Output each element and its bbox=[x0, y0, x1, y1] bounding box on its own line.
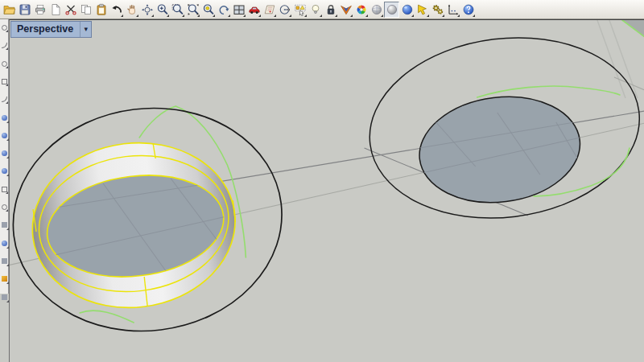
viewport-perspective[interactable]: Perspective ▾ bbox=[9, 19, 644, 362]
left-toolbar-icon-fragment[interactable] bbox=[2, 168, 7, 174]
circle-plane-icon[interactable] bbox=[277, 2, 292, 18]
color-wheel-icon[interactable] bbox=[353, 2, 369, 18]
cut-scissors-icon[interactable] bbox=[63, 2, 78, 18]
toolbar bbox=[0, 0, 644, 19]
viewport-layout-icon[interactable] bbox=[231, 2, 246, 18]
pointer-flag-icon[interactable] bbox=[415, 2, 430, 18]
lightbulb-visibility-icon[interactable] bbox=[308, 2, 323, 18]
shaded-display-icon[interactable] bbox=[338, 2, 353, 18]
left-toolbar-icon-fragment[interactable] bbox=[2, 294, 7, 300]
left-toolbar-icon-fragment[interactable] bbox=[2, 115, 7, 121]
left-toolbar-icon-fragment[interactable] bbox=[2, 241, 7, 246]
map-icon[interactable] bbox=[262, 2, 277, 18]
rotate-view-icon[interactable] bbox=[139, 2, 155, 18]
left-toolbar-icon-fragment[interactable] bbox=[2, 222, 7, 228]
left-toolbar[interactable] bbox=[0, 19, 9, 362]
zoom-selected-icon[interactable] bbox=[200, 2, 216, 18]
paste-clipboard-icon[interactable] bbox=[93, 2, 109, 18]
chevron-down-icon: ▾ bbox=[84, 22, 88, 37]
select-objects-icon[interactable] bbox=[292, 2, 308, 18]
left-toolbar-icon-fragment[interactable] bbox=[2, 258, 7, 264]
left-toolbar-icon-fragment[interactable] bbox=[2, 79, 7, 84]
sphere-shaded-icon[interactable] bbox=[384, 2, 399, 18]
open-folder-icon[interactable] bbox=[2, 2, 17, 18]
zoom-extents-icon[interactable] bbox=[185, 2, 200, 18]
save-icon[interactable] bbox=[17, 2, 32, 18]
left-toolbar-icon-fragment[interactable] bbox=[2, 276, 7, 282]
viewport-title[interactable]: Perspective ▾ bbox=[10, 21, 92, 38]
left-toolbar-icon-fragment[interactable] bbox=[2, 97, 7, 102]
sphere-rendered-icon[interactable] bbox=[399, 2, 415, 18]
lock-icon[interactable] bbox=[323, 2, 338, 18]
left-toolbar-icon-fragment[interactable] bbox=[2, 43, 7, 48]
copy-icon[interactable] bbox=[78, 2, 93, 18]
zoom-icon[interactable] bbox=[155, 2, 170, 18]
viewport-canvas[interactable] bbox=[10, 20, 644, 362]
gears-options-icon[interactable] bbox=[430, 2, 445, 18]
sphere-ghosted-icon[interactable] bbox=[369, 2, 384, 18]
main-area: Perspective ▾ bbox=[0, 19, 644, 362]
left-toolbar-icon-fragment[interactable] bbox=[2, 133, 7, 138]
document-icon[interactable] bbox=[47, 2, 63, 18]
left-toolbar-icon-fragment[interactable] bbox=[2, 187, 7, 192]
left-toolbar-icon-fragment[interactable] bbox=[2, 25, 7, 31]
left-toolbar-icon-fragment[interactable] bbox=[2, 61, 7, 67]
zoom-window-icon[interactable] bbox=[170, 2, 185, 18]
print-icon[interactable] bbox=[32, 2, 47, 18]
viewport-title-dropdown[interactable]: ▾ bbox=[80, 22, 91, 37]
viewport-title-text[interactable]: Perspective bbox=[11, 22, 80, 37]
undo-view-change-icon[interactable] bbox=[216, 2, 231, 18]
undo-icon[interactable] bbox=[109, 2, 124, 18]
dimension-icon[interactable] bbox=[445, 2, 460, 18]
left-toolbar-icon-fragment[interactable] bbox=[2, 150, 7, 156]
left-toolbar-icon-fragment[interactable] bbox=[2, 204, 7, 210]
car-icon[interactable] bbox=[246, 2, 262, 18]
pan-hand-icon[interactable] bbox=[124, 2, 139, 18]
help-icon[interactable] bbox=[460, 2, 476, 18]
application-window: Perspective ▾ bbox=[0, 0, 644, 362]
